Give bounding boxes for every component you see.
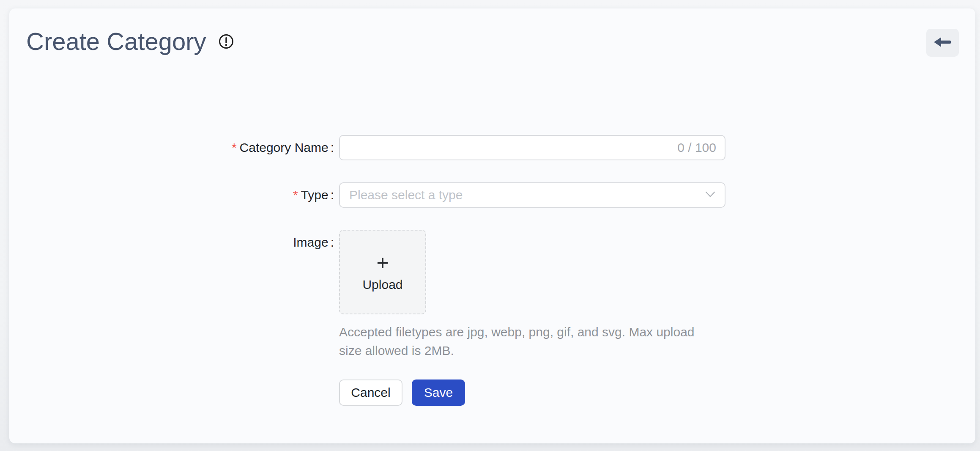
- image-upload-button[interactable]: + Upload: [339, 230, 426, 314]
- save-button[interactable]: Save: [412, 380, 465, 406]
- image-row: Image: + Upload Accepted filetypes are j…: [9, 230, 975, 360]
- category-name-row: *Category Name: 0 / 100: [9, 135, 975, 160]
- type-label: *Type:: [9, 188, 339, 202]
- type-select-placeholder: Please select a type: [349, 188, 463, 202]
- category-name-label: *Category Name:: [9, 140, 339, 155]
- upload-label: Upload: [362, 278, 402, 292]
- create-category-card: Create Category *Category Name:: [9, 8, 975, 443]
- required-mark: *: [293, 188, 298, 202]
- plus-icon: +: [376, 252, 389, 273]
- category-name-input-wrap: 0 / 100: [339, 135, 725, 160]
- category-name-input[interactable]: [339, 135, 725, 160]
- image-label: Image:: [9, 230, 339, 255]
- page-header: Create Category: [26, 27, 234, 56]
- page-title: Create Category: [26, 27, 206, 56]
- back-button[interactable]: [926, 29, 959, 57]
- form-actions: Cancel Save: [339, 380, 975, 406]
- upload-help-text: Accepted filetypes are jpg, webp, png, g…: [339, 323, 720, 360]
- type-select[interactable]: Please select a type: [339, 182, 725, 208]
- chevron-down-icon: [705, 191, 715, 199]
- exclamation-circle-icon: [218, 33, 234, 50]
- arrow-left-icon: [934, 36, 952, 49]
- create-category-form: *Category Name: 0 / 100 *Type: Please se…: [9, 135, 975, 406]
- type-row: *Type: Please select a type: [9, 182, 975, 208]
- cancel-button[interactable]: Cancel: [339, 380, 402, 406]
- required-mark: *: [232, 140, 237, 154]
